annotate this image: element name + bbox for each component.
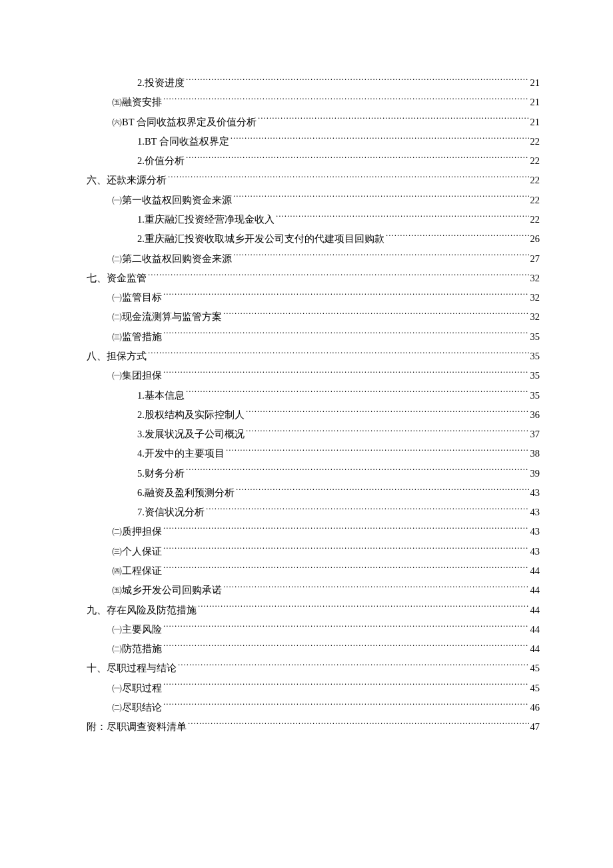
toc-entry-label: ㈠监管目标 [112, 288, 162, 307]
toc-entry-label: ㈡质押担保 [112, 522, 162, 541]
toc-dot-leader [198, 603, 529, 613]
toc-entry: 1.基本信息35 [87, 386, 540, 405]
toc-dot-leader [276, 213, 529, 223]
toc-dot-leader [148, 349, 529, 359]
toc-dot-leader [163, 643, 529, 653]
toc-dot-leader [163, 96, 529, 106]
toc-entry-label: 3.发展状况及子公司概况 [137, 425, 245, 444]
toc-entry: 1.重庆融汇投资经营净现金收入22 [87, 210, 540, 229]
toc-dot-leader [163, 623, 529, 633]
toc-entry-page: 32 [530, 288, 540, 307]
toc-dot-leader [163, 291, 529, 301]
table-of-contents: 2.投资进度21㈤融资安排21㈥BT 合同收益权界定及价值分析211.BT 合同… [87, 73, 540, 737]
toc-entry-label: ㈢个人保证 [112, 542, 162, 561]
toc-dot-leader [231, 135, 529, 145]
toc-entry-page: 35 [530, 327, 540, 347]
toc-entry-label: 十、尽职过程与结论 [87, 659, 177, 678]
toc-entry-label: ㈠主要风险 [112, 620, 162, 639]
toc-dot-leader [246, 408, 529, 418]
toc-entry-label: ㈢监管措施 [112, 327, 162, 347]
toc-dot-leader [186, 467, 529, 477]
toc-dot-leader [386, 233, 529, 243]
toc-entry: 2.价值分析22 [87, 151, 540, 171]
toc-entry-page: 45 [530, 679, 540, 698]
toc-entry: ㈠尽职过程45 [87, 679, 540, 698]
toc-entry-label: 2.重庆融汇投资收取城乡开发公司支付的代建项目回购款 [137, 229, 384, 249]
toc-entry-page: 22 [530, 132, 540, 151]
toc-entry: ㈡尽职结论46 [87, 698, 540, 717]
toc-entry-page: 47 [530, 717, 540, 737]
toc-entry-page: 43 [530, 522, 540, 541]
toc-entry-label: 2.投资进度 [137, 73, 185, 93]
toc-entry-label: 4.开发中的主要项目 [137, 444, 225, 463]
toc-dot-leader [258, 115, 529, 125]
toc-entry: ㈢个人保证43 [87, 542, 540, 561]
toc-entry-page: 44 [530, 561, 540, 581]
toc-entry-label: 1.重庆融汇投资经营净现金收入 [137, 210, 275, 229]
toc-entry-label: 八、担保方式 [87, 347, 147, 366]
toc-dot-leader [188, 721, 529, 731]
toc-entry-label: 6.融资及盈利预测分析 [137, 483, 235, 503]
toc-entry: ㈣工程保证44 [87, 561, 540, 581]
toc-entry-page: 32 [530, 269, 540, 288]
toc-entry-label: 1.BT 合同收益权界定 [137, 132, 229, 151]
toc-dot-leader [236, 486, 529, 496]
toc-entry-page: 46 [530, 698, 540, 717]
toc-entry: 2.股权结构及实际控制人36 [87, 405, 540, 425]
toc-dot-leader [223, 311, 529, 321]
toc-entry: 1.BT 合同收益权界定22 [87, 132, 540, 151]
toc-dot-leader [163, 565, 529, 575]
toc-entry-page: 45 [530, 659, 540, 678]
toc-entry: 4.开发中的主要项目38 [87, 444, 540, 463]
toc-entry-page: 44 [530, 601, 540, 620]
toc-entry: ㈥BT 合同收益权界定及价值分析21 [87, 113, 540, 132]
toc-entry-page: 38 [530, 444, 540, 463]
toc-dot-leader [206, 506, 529, 516]
toc-entry-page: 43 [530, 483, 540, 503]
toc-entry-page: 36 [530, 405, 540, 425]
toc-entry-page: 44 [530, 620, 540, 639]
toc-entry-label: ㈡第二收益权回购资金来源 [112, 249, 232, 269]
toc-dot-leader [163, 369, 529, 379]
toc-dot-leader [186, 77, 529, 87]
toc-entry-label: 九、存在风险及防范措施 [87, 601, 197, 620]
toc-dot-leader [186, 389, 529, 399]
toc-dot-leader [233, 193, 529, 203]
toc-entry: 2.重庆融汇投资收取城乡开发公司支付的代建项目回购款26 [87, 229, 540, 249]
toc-entry: ㈡第二收益权回购资金来源27 [87, 249, 540, 269]
toc-entry-page: 35 [530, 386, 540, 405]
toc-entry-label: ㈥BT 合同收益权界定及价值分析 [112, 113, 257, 132]
toc-entry: 八、担保方式35 [87, 347, 540, 366]
toc-entry-label: ㈣工程保证 [112, 561, 162, 581]
toc-dot-leader [178, 662, 529, 672]
toc-dot-leader [226, 447, 529, 457]
toc-dot-leader [163, 525, 529, 535]
toc-entry: ㈠主要风险44 [87, 620, 540, 639]
toc-entry-page: 32 [530, 307, 540, 327]
toc-entry-page: 37 [530, 425, 540, 444]
toc-entry: 7.资信状况分析43 [87, 503, 540, 522]
toc-dot-leader [223, 584, 529, 594]
toc-entry-page: 21 [530, 93, 540, 112]
toc-dot-leader [233, 252, 529, 262]
toc-entry-label: ㈡现金流测算与监管方案 [112, 307, 222, 327]
toc-entry-label: ㈤城乡开发公司回购承诺 [112, 581, 222, 600]
toc-entry: ㈠监管目标32 [87, 288, 540, 307]
toc-entry: ㈡现金流测算与监管方案32 [87, 307, 540, 327]
toc-entry: ㈢监管措施35 [87, 327, 540, 347]
toc-entry: 附：尽职调查资料清单47 [87, 717, 540, 737]
toc-entry-page: 21 [530, 73, 540, 93]
toc-entry-label: 2.股权结构及实际控制人 [137, 405, 245, 425]
toc-entry-page: 39 [530, 464, 540, 483]
toc-entry-page: 22 [530, 210, 540, 229]
toc-entry-label: ㈡防范措施 [112, 639, 162, 659]
toc-entry: 七、资金监管32 [87, 269, 540, 288]
toc-entry: ㈤城乡开发公司回购承诺44 [87, 581, 540, 600]
toc-dot-leader [163, 701, 529, 711]
toc-entry-page: 22 [530, 191, 540, 210]
toc-entry-page: 35 [530, 347, 540, 366]
toc-dot-leader [186, 155, 529, 165]
toc-entry-page: 26 [530, 229, 540, 249]
toc-entry-label: ㈡尽职结论 [112, 698, 162, 717]
toc-entry-page: 21 [530, 113, 540, 132]
